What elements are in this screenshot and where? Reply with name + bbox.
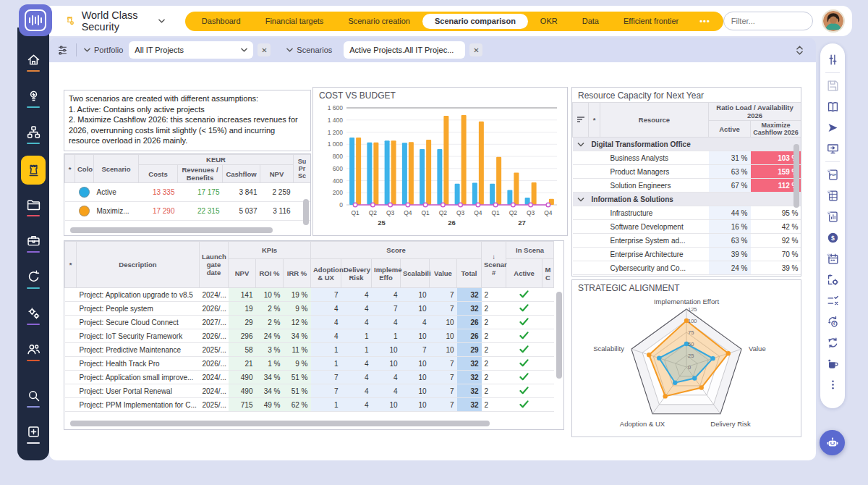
tab-data[interactable]: Data	[570, 12, 611, 31]
assistant-button[interactable]	[820, 430, 845, 455]
save-button[interactable]	[823, 75, 842, 96]
sidebar-item-add[interactable]	[21, 417, 46, 450]
project-row[interactable]: Project: PPM Implementation for C...2025…	[65, 398, 554, 412]
tab-okr[interactable]: OKR	[528, 12, 570, 31]
col-maximize[interactable]: Maximize Cashflow 2026	[751, 121, 801, 138]
col-revenues[interactable]: Revenues / Benefits	[178, 165, 223, 183]
col-value[interactable]: Value	[430, 259, 457, 288]
scenario-row[interactable]: Maximiz...17 29022 3155 0373 116	[65, 202, 311, 221]
view-settings-button[interactable]	[823, 49, 842, 70]
filter-input[interactable]	[731, 17, 805, 25]
resource-row[interactable]: Enterprise System ad...63 %92 %	[573, 234, 801, 248]
sync-refresh-button[interactable]	[823, 332, 842, 353]
scenarios-select[interactable]: Active Projects.All IT Projec...	[344, 41, 465, 59]
tab-scenario-comparison[interactable]: Scenario comparison	[422, 14, 528, 29]
col-costs[interactable]: Costs	[139, 165, 178, 183]
resource-group-row[interactable]: Information & Solutions	[573, 193, 801, 206]
horizontal-scrollbar[interactable]	[70, 227, 273, 233]
filter-sliders-icon[interactable]	[56, 44, 69, 56]
col-maximize-clipped[interactable]: M C	[542, 259, 554, 288]
col-description[interactable]: Description	[77, 242, 200, 288]
project-row[interactable]: Project: User Portal Renewal2024/...4903…	[65, 384, 554, 398]
col-color[interactable]: Colo	[75, 155, 94, 183]
project-row[interactable]: Project: Application small improve...202…	[65, 371, 554, 384]
col-npv[interactable]: NPV	[260, 165, 294, 183]
col-scalability[interactable]: Scalabili	[401, 259, 430, 288]
scenarios-filter-label[interactable]: Scenarios	[286, 46, 332, 54]
col-irr[interactable]: IRR %	[284, 259, 311, 288]
knowledge-button[interactable]	[823, 96, 842, 117]
user-avatar[interactable]	[822, 9, 845, 33]
col-clipped[interactable]: Su Pr Sc	[294, 155, 311, 183]
send-button[interactable]	[823, 117, 842, 138]
resource-row[interactable]: Product Managers63 %159 %	[573, 165, 801, 179]
sidebar-item-portfolio[interactable]	[21, 226, 46, 259]
col-adoption[interactable]: Adoption & UX	[311, 259, 341, 288]
resource-group-row[interactable]: Digital Transformation Office	[573, 138, 801, 151]
sidebar-item-home[interactable]	[21, 45, 46, 78]
col-roi[interactable]: ROI %	[256, 259, 284, 288]
portfolio-filter-label[interactable]: Portfolio	[84, 46, 123, 54]
sidebar-item-scenarios[interactable]	[21, 156, 46, 185]
portfolio-select[interactable]: All IT Projects	[129, 41, 253, 59]
sort-menu-icon[interactable]	[573, 103, 589, 138]
tab-dashboard[interactable]: Dashboard	[190, 12, 253, 31]
vertical-scrollbar[interactable]	[793, 144, 799, 208]
resource-row[interactable]: Infrastructure44 %95 %	[573, 206, 801, 220]
vertical-scrollbar[interactable]	[303, 199, 309, 225]
clear-scenarios-button[interactable]: ✕	[469, 43, 482, 56]
col-scenario-count[interactable]: ↓ Scenar #	[482, 242, 506, 288]
project-row[interactable]: Project: Secure Cloud Connect2027/...292…	[65, 316, 554, 329]
project-row[interactable]: Project: IoT Security Framework2026/...2…	[65, 329, 554, 343]
project-row[interactable]: Project: People system2026/...192 %9 %44…	[65, 302, 554, 316]
project-row[interactable]: Project: Health Track Pro2026/...211 %9 …	[65, 357, 554, 371]
col-star[interactable]: *	[65, 155, 75, 183]
schedule-button[interactable]	[823, 248, 842, 269]
col-cashflow[interactable]: Cashflow	[223, 165, 260, 183]
sidebar-item-lifecycle[interactable]	[21, 262, 46, 295]
project-row[interactable]: Project: Predictive Maintenance2025/...5…	[65, 343, 554, 357]
break-button[interactable]	[823, 353, 842, 374]
sidebar-item-ideas[interactable]	[21, 81, 46, 114]
export-image-button[interactable]	[823, 206, 842, 227]
resource-row[interactable]: Cybersecurity and Co...24 %39 %	[573, 261, 801, 275]
vertical-scrollbar[interactable]	[556, 292, 562, 379]
clear-portfolio-button[interactable]: ✕	[258, 43, 271, 56]
checklist-button[interactable]	[823, 290, 842, 311]
sidebar-item-hierarchy[interactable]	[21, 117, 46, 151]
more-options-button[interactable]	[823, 374, 842, 395]
tab-scenario-creation[interactable]: Scenario creation	[336, 12, 422, 31]
cost-button[interactable]: $	[823, 227, 842, 248]
horizontal-scrollbar[interactable]	[70, 421, 490, 426]
toolbar-collapse-control[interactable]	[796, 46, 809, 55]
col-total[interactable]: Total	[457, 259, 482, 288]
export-pdf-button[interactable]: PDF	[823, 164, 842, 185]
col-scenario[interactable]: Scenario	[94, 155, 139, 183]
app-logo[interactable]	[19, 4, 52, 36]
workspace-switcher[interactable]: World Class Security	[65, 9, 165, 33]
resource-row[interactable]: Solution Engineers67 %112 %	[573, 179, 801, 193]
col-star[interactable]: *	[589, 103, 600, 138]
resource-row[interactable]: Software Development16 %42 %	[573, 220, 801, 234]
sync-finance-button[interactable]: €	[823, 311, 842, 332]
sidebar-item-resources[interactable]	[21, 334, 46, 368]
tab-overflow-button[interactable]: •••	[691, 12, 719, 31]
sidebar-item-search[interactable]	[21, 381, 46, 414]
col-implementation[interactable]: Impleme Effo	[372, 259, 401, 288]
tab-financial-targets[interactable]: Financial targets	[253, 12, 336, 31]
col-resource[interactable]: Resource	[600, 103, 709, 138]
resource-row[interactable]: Business Analysts31 %103 %	[573, 151, 801, 165]
resource-row[interactable]: Enterprise Architecture39 %70 %	[573, 248, 801, 261]
col-launch[interactable]: Launch gate date	[200, 242, 229, 288]
col-star[interactable]: *	[65, 242, 77, 288]
col-npv[interactable]: NPV	[229, 259, 256, 288]
export-excel-button[interactable]	[823, 185, 842, 206]
scenario-row[interactable]: Active13 33517 1753 8412 259	[65, 183, 311, 202]
project-row[interactable]: Project: Application upgrade to v8.52024…	[65, 288, 554, 302]
tab-efficient-frontier[interactable]: Efficient frontier	[611, 12, 691, 31]
col-active[interactable]: Active	[709, 121, 751, 138]
col-delivery[interactable]: Delivery Risk	[341, 259, 372, 288]
col-active[interactable]: Active	[506, 259, 542, 288]
present-button[interactable]	[823, 138, 842, 159]
sidebar-item-projects[interactable]	[21, 190, 46, 223]
